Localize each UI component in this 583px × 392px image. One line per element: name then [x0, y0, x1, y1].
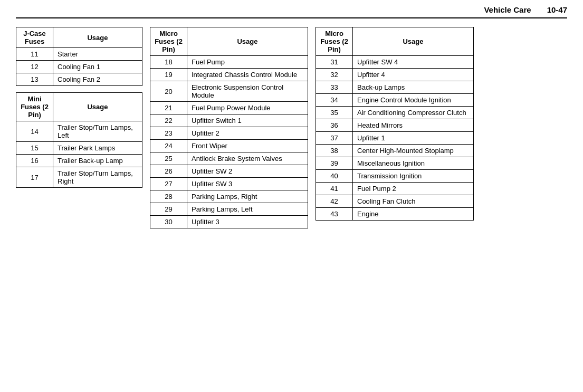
fuse-number: 41 [316, 183, 353, 195]
table-row: 41Fuel Pump 2 [316, 183, 474, 195]
table-row: 28Parking Lamps, Right [150, 190, 308, 203]
table-row: 32Upfitter 4 [316, 69, 474, 81]
table-row: 34Engine Control Module Ignition [316, 94, 474, 107]
fuse-number: 18 [150, 56, 187, 69]
fuse-number: 37 [316, 132, 353, 145]
micro-mid-col2-header: Usage [187, 27, 308, 56]
fuse-usage: Trailer Park Lamps [53, 142, 142, 155]
fuse-usage: Trailer Back-up Lamp [53, 155, 142, 167]
fuse-number: 38 [316, 145, 353, 157]
fuse-number: 12 [16, 61, 53, 73]
table-row: 14Trailer Stop/Turn Lamps, Left [16, 121, 142, 142]
fuse-number: 24 [150, 140, 187, 152]
fuse-usage: Trailer Stop/Turn Lamps, Left [53, 121, 142, 142]
page-number: 10-47 [547, 5, 567, 14]
table-row: 16Trailer Back-up Lamp [16, 155, 142, 167]
table-row: 39Miscellaneous Ignition [316, 157, 474, 170]
fuse-usage: Upfitter Switch 1 [187, 114, 308, 127]
fuse-number: 30 [150, 216, 187, 228]
fuse-number: 13 [16, 73, 53, 86]
table-row: 21Fuel Pump Power Module [150, 102, 308, 114]
fuse-usage: Engine Control Module Ignition [353, 94, 474, 107]
table-row: 19Integrated Chassis Control Module [150, 69, 308, 81]
fuse-number: 23 [150, 127, 187, 140]
fuse-usage: Upfitter SW 2 [187, 165, 308, 178]
fuse-number: 11 [16, 48, 53, 61]
table-row: 33Back-up Lamps [316, 81, 474, 94]
fuse-usage: Heated Mirrors [353, 119, 474, 132]
fuse-usage: Upfitter 3 [187, 216, 308, 228]
mini-col2-header: Usage [53, 93, 142, 121]
fuse-number: 26 [150, 165, 187, 178]
table-row: 24Front Wiper [150, 140, 308, 152]
fuse-usage: Upfitter 4 [353, 69, 474, 81]
fuse-usage: Upfitter 2 [187, 127, 308, 140]
fuse-number: 25 [150, 152, 187, 165]
fuse-number: 33 [316, 81, 353, 94]
fuse-usage: Parking Lamps, Left [187, 203, 308, 216]
fuse-usage: Fuel Pump Power Module [187, 102, 308, 114]
table-row: 17Trailer Stop/Turn Lamps, Right [16, 167, 142, 188]
fuse-number: 17 [16, 167, 53, 188]
table-row: 11Starter [16, 48, 142, 61]
mini-table: Mini Fuses (2 Pin) Usage 14Trailer Stop/… [16, 92, 142, 188]
fuse-usage: Back-up Lamps [353, 81, 474, 94]
table-row: 23Upfitter 2 [150, 127, 308, 140]
table-row: 12Cooling Fan 1 [16, 61, 142, 73]
fuse-usage: Upfitter 1 [353, 132, 474, 145]
fuse-number: 35 [316, 107, 353, 119]
fuse-number: 21 [150, 102, 187, 114]
table-row: 27Upfitter SW 3 [150, 178, 308, 190]
table-row: 13Cooling Fan 2 [16, 73, 142, 86]
fuse-usage: Engine [353, 208, 474, 221]
page-title: Vehicle Care [484, 5, 531, 14]
fuse-usage: Cooling Fan 2 [53, 73, 142, 86]
jcase-col1-header: J-Case Fuses [16, 27, 53, 48]
fuse-usage: Front Wiper [187, 140, 308, 152]
table-row: 25Antilock Brake System Valves [150, 152, 308, 165]
micro-mid-col1-header: Micro Fuses (2 Pin) [150, 27, 187, 56]
fuse-number: 32 [316, 69, 353, 81]
table-row: 40Transmission Ignition [316, 170, 474, 183]
table-row: 36Heated Mirrors [316, 119, 474, 132]
micro-right-table: Micro Fuses (2 Pin) Usage 31Upfitter SW … [316, 27, 474, 221]
micro-right-col2-header: Usage [353, 27, 474, 56]
fuse-usage: Electronic Suspension Control Module [187, 81, 308, 102]
fuse-number: 40 [316, 170, 353, 183]
table-row: 43Engine [316, 208, 474, 221]
table-row: 37Upfitter 1 [316, 132, 474, 145]
fuse-number: 39 [316, 157, 353, 170]
fuse-usage: Cooling Fan 1 [53, 61, 142, 73]
fuse-number: 14 [16, 121, 53, 142]
table-row: 30Upfitter 3 [150, 216, 308, 228]
table-row: 15Trailer Park Lamps [16, 142, 142, 155]
fuse-number: 20 [150, 81, 187, 102]
micro-right-col1-header: Micro Fuses (2 Pin) [316, 27, 353, 56]
table-row: 29Parking Lamps, Left [150, 203, 308, 216]
fuse-usage: Starter [53, 48, 142, 61]
page-header: Vehicle Care 10-47 [16, 5, 567, 18]
fuse-usage: Upfitter SW 3 [187, 178, 308, 190]
fuse-number: 28 [150, 190, 187, 203]
fuse-number: 19 [150, 69, 187, 81]
table-row: 26Upfitter SW 2 [150, 165, 308, 178]
fuse-number: 42 [316, 195, 353, 208]
table-row: 35Air Conditioning Compressor Clutch [316, 107, 474, 119]
fuse-number: 22 [150, 114, 187, 127]
fuse-usage: Integrated Chassis Control Module [187, 69, 308, 81]
fuse-number: 36 [316, 119, 353, 132]
mini-col1-header: Mini Fuses (2 Pin) [16, 93, 53, 121]
fuse-usage: Center High-Mounted Stoplamp [353, 145, 474, 157]
tables-container: J-Case Fuses Usage 11Starter12Cooling Fa… [16, 27, 567, 228]
fuse-usage: Trailer Stop/Turn Lamps, Right [53, 167, 142, 188]
table-row: 20Electronic Suspension Control Module [150, 81, 308, 102]
fuse-number: 31 [316, 56, 353, 69]
fuse-number: 27 [150, 178, 187, 190]
fuse-number: 43 [316, 208, 353, 221]
fuse-usage: Transmission Ignition [353, 170, 474, 183]
fuse-usage: Miscellaneous Ignition [353, 157, 474, 170]
fuse-usage: Upfitter SW 4 [353, 56, 474, 69]
table-row: 22Upfitter Switch 1 [150, 114, 308, 127]
fuse-number: 16 [16, 155, 53, 167]
fuse-number: 29 [150, 203, 187, 216]
